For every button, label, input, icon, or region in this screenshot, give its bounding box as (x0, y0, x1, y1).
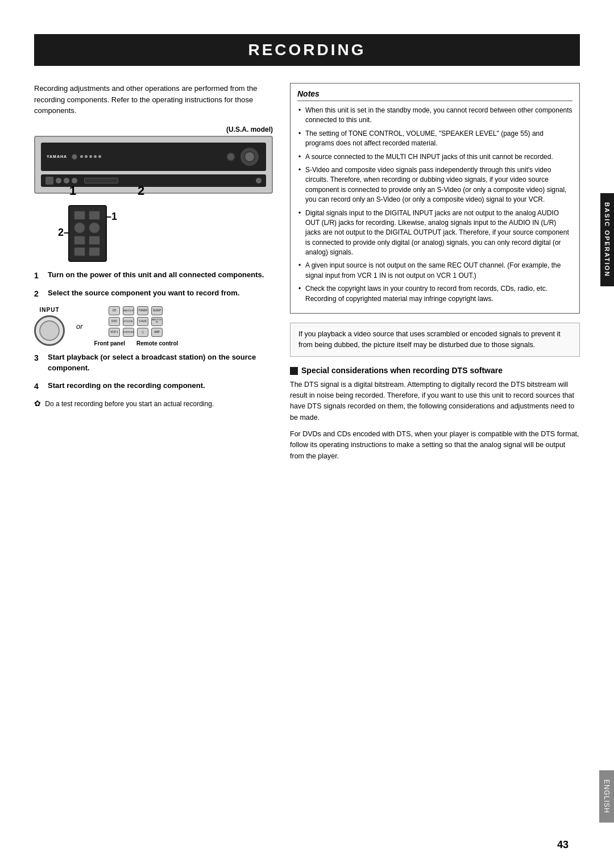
knob-inner (39, 320, 60, 341)
special-title: Special considerations when recording DT… (290, 366, 580, 375)
step-4-text: Start recording on the recording compone… (48, 381, 205, 392)
note-item-7: Check the copyright laws in your country… (297, 284, 572, 304)
step-3-num: 3 (34, 352, 43, 374)
step-2-text: Select the source component you want to … (48, 288, 239, 299)
panel-labels: Front panel Remote control (94, 340, 179, 347)
special-title-icon (290, 367, 298, 375)
step-3-text: Start playback (or select a broadcast st… (48, 352, 273, 374)
tip-icon: ✿ (34, 399, 41, 408)
page-number: 43 (557, 839, 569, 851)
tip-text: Do a test recording before you start an … (45, 400, 214, 408)
remote-btn-amp: AMP (151, 328, 163, 337)
step-4-num: 4 (34, 381, 43, 392)
device-section: (U.S.A. model) YAMAHA (34, 126, 273, 262)
title-bar: RECORDING (34, 34, 580, 66)
special-para-1: The DTS signal is a digital bitstream. A… (290, 379, 580, 424)
step-2: 2 Select the source component you want t… (34, 288, 273, 299)
page: RECORDING Recording adjustments and othe… (0, 0, 614, 868)
remote-grid: CD MD/CD-R TUNER SLEEP DVD DTV/CBL V-AUX… (109, 306, 164, 337)
step-4: 4 Start recording on the recording compo… (34, 381, 273, 392)
steps-section: 1 Turn on the power of this unit and all… (34, 270, 273, 408)
step-1-num: 1 (34, 270, 43, 281)
remote-btn-cd: CD (109, 306, 120, 315)
main-content: Recording adjustments and other operatio… (0, 83, 614, 462)
device-label-2-top: 2 (138, 183, 144, 198)
remote-btn-vcr1: VCR 1 (109, 328, 120, 337)
special-para-2: For DVDs and CDs encoded with DTS, when … (290, 429, 580, 462)
note-item-1: When this unit is set in the standby mod… (297, 106, 572, 126)
remote-btn-star: ☆ (137, 328, 148, 337)
notes-title: Notes (297, 89, 572, 101)
input-diagram: INPUT or CD MD/CD-R TUNER SLEEP DVD (34, 306, 273, 347)
tab-basic-operation-label: BASIC OPERATION (604, 202, 611, 277)
tip-section: ✿ Do a test recording before you start a… (34, 399, 273, 408)
step-1: 1 Turn on the power of this unit and all… (34, 270, 273, 281)
note-item-4: S-Video and composite video signals pass… (297, 165, 572, 205)
remote-control-label: Remote control (136, 340, 178, 347)
notes-box: Notes When this unit is set in the stand… (290, 83, 580, 314)
remote-btn-vaux: V-AUX (137, 317, 148, 326)
device-logo: YAMAHA (47, 155, 67, 158)
remote-btn-dvd: DVD (109, 317, 120, 326)
special-body: The DTS signal is a digital bitstream. A… (290, 379, 580, 462)
notice-box: If you playback a video source that uses… (290, 323, 580, 357)
note-item-6: A given input source is not output on th… (297, 261, 572, 281)
notes-list: When this unit is set in the standby mod… (297, 106, 572, 304)
intro-text: Recording adjustments and other operatio… (34, 83, 273, 116)
remote-btn-multich: MULTI CH IN (151, 317, 163, 326)
input-label: INPUT (40, 307, 60, 313)
step-3: 3 Start playback (or select a broadcast … (34, 352, 273, 374)
remote-panel-wrap: CD MD/CD-R TUNER SLEEP DVD DTV/CBL V-AUX… (94, 306, 179, 347)
input-knob-wrap: INPUT (34, 307, 65, 346)
right-column: Notes When this unit is set in the stand… (290, 83, 580, 462)
tab-basic-operation: BASIC OPERATION (600, 193, 614, 286)
special-title-text: Special considerations when recording DT… (301, 366, 503, 375)
page-title: RECORDING (34, 41, 580, 59)
device-label-1-bottom: –1 (106, 211, 117, 223)
or-text: or (76, 322, 83, 331)
special-section: Special considerations when recording DT… (290, 366, 580, 462)
device-label-1-top: 1 (69, 183, 76, 198)
tab-english-label: English (603, 779, 611, 813)
remote-btn-tuner: TUNER (137, 306, 148, 315)
input-knob (34, 315, 65, 346)
step-1-text: Turn on the power of this unit and all c… (48, 270, 264, 281)
tab-english: English (599, 770, 614, 823)
step-2-num: 2 (34, 288, 43, 299)
front-panel-label: Front panel (94, 340, 125, 347)
remote-btn-dtvcbl: DTV/CBL (123, 317, 134, 326)
note-item-5: Digital signals input to the DIGITAL INP… (297, 208, 572, 258)
notice-text: If you playback a video source that uses… (298, 330, 561, 349)
remote-btn-mdcdr: MD/CD-R (123, 306, 134, 315)
left-column: Recording adjustments and other operatio… (34, 83, 273, 462)
device-label-2-bottom: 2– (58, 227, 69, 239)
remote-btn-sleep: SLEEP (151, 306, 163, 315)
usa-model-label: (U.S.A. model) (34, 126, 273, 133)
note-item-2: The setting of TONE CONTROL, VOLUME, "SP… (297, 129, 572, 149)
remote-btn-dvrvcr2: DVR/VCR2 (123, 328, 134, 337)
note-item-3: A source connected to the MULTI CH INPUT… (297, 152, 572, 162)
